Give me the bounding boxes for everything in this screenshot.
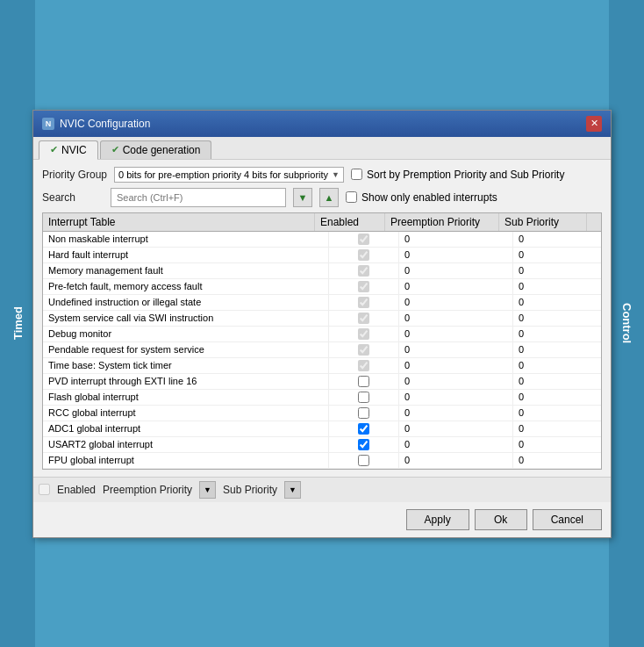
- table-row: ADC1 global interrupt00: [43, 421, 601, 437]
- bottom-enabled-checkbox[interactable]: [39, 484, 50, 495]
- button-row: Apply Ok Cancel: [33, 502, 611, 537]
- priority-group-label: Priority Group: [42, 169, 107, 181]
- nav-up-button[interactable]: ▲: [319, 188, 339, 207]
- row-enabled-cell: [329, 295, 399, 310]
- sub-dropdown-arrow: ▼: [289, 485, 297, 494]
- row-enabled-checkbox[interactable]: [358, 281, 369, 292]
- row-sub-value: 0: [513, 437, 601, 452]
- row-preemption-value: 0: [399, 311, 513, 326]
- row-enabled-checkbox[interactable]: [358, 313, 369, 324]
- row-interrupt-name: Pre-fetch fault, memory access fault: [43, 279, 329, 294]
- apply-button[interactable]: Apply: [406, 509, 469, 530]
- row-enabled-cell: [329, 437, 399, 452]
- content-area: Priority Group 0 bits for pre-emption pr…: [33, 160, 611, 477]
- nvic-icon: N: [42, 118, 54, 130]
- priority-group-dropdown[interactable]: 0 bits for pre-emption priority 4 bits f…: [114, 167, 344, 183]
- row-enabled-checkbox[interactable]: [358, 455, 369, 466]
- bottom-preemption-label: Preemption Priority: [103, 484, 192, 496]
- row-enabled-checkbox[interactable]: [358, 407, 369, 419]
- row-interrupt-name: Non maskable interrupt: [43, 232, 329, 247]
- row-enabled-cell: [329, 263, 399, 278]
- preemption-dropdown[interactable]: ▼: [199, 481, 216, 499]
- tab-code-generation[interactable]: ✔ Code generation: [100, 140, 212, 159]
- row-sub-value: 0: [513, 421, 601, 436]
- table-row: Time base: System tick timer00: [43, 358, 601, 374]
- row-preemption-value: 0: [399, 263, 513, 278]
- table-row: USART2 global interrupt00: [43, 437, 601, 453]
- table-row: Memory management fault00: [43, 263, 601, 279]
- row-enabled-checkbox[interactable]: [358, 392, 369, 403]
- row-preemption-value: 0: [399, 232, 513, 247]
- row-sub-value: 0: [513, 406, 601, 421]
- table-row: Undefined instruction or illegal state00: [43, 295, 601, 311]
- sort-checkbox-row: Sort by Premption Priority and Sub Prior…: [351, 169, 564, 181]
- row-interrupt-name: Flash global interrupt: [43, 390, 329, 405]
- row-interrupt-name: FPU global interrupt: [43, 453, 329, 468]
- row-enabled-cell: [329, 453, 399, 468]
- row-preemption-value: 0: [399, 453, 513, 468]
- table-row: Flash global interrupt00: [43, 390, 601, 406]
- dialog: N NVIC Configuration ✕ ✔ NVIC ✔ Code gen…: [32, 110, 612, 538]
- row-interrupt-name: USART2 global interrupt: [43, 437, 329, 452]
- show-only-row: Show only enabled interrupts: [346, 191, 497, 204]
- sidebar-right: Control: [609, 0, 644, 647]
- row-interrupt-name: Debug monitor: [43, 327, 329, 341]
- sidebar-left: Timed: [0, 0, 35, 647]
- th-preemption: Preemption Priority: [385, 213, 499, 231]
- sort-label: Sort by Premption Priority and Sub Prior…: [367, 169, 564, 181]
- row-enabled-cell: [329, 342, 399, 357]
- row-interrupt-name: ADC1 global interrupt: [43, 421, 329, 436]
- row-enabled-checkbox[interactable]: [358, 234, 369, 245]
- table-body: Non maskable interrupt00Hard fault inter…: [43, 232, 601, 469]
- search-label: Search: [42, 191, 104, 204]
- row-interrupt-name: Time base: System tick timer: [43, 358, 329, 373]
- cancel-button[interactable]: Cancel: [533, 509, 602, 530]
- row-enabled-cell: [329, 358, 399, 373]
- row-enabled-checkbox[interactable]: [358, 297, 369, 308]
- row-preemption-value: 0: [399, 390, 513, 405]
- row-interrupt-name: Pendable request for system service: [43, 342, 329, 357]
- table-row: System service call via SWI instruction0…: [43, 311, 601, 327]
- row-sub-value: 0: [513, 342, 601, 357]
- row-enabled-checkbox[interactable]: [358, 344, 369, 356]
- row-interrupt-name: Hard fault interrupt: [43, 248, 329, 262]
- row-enabled-checkbox[interactable]: [358, 265, 369, 277]
- th-scrollbar-spacer: [587, 213, 601, 231]
- row-sub-value: 0: [513, 295, 601, 310]
- nav-down-button[interactable]: ▼: [293, 188, 312, 207]
- title-bar-left: N NVIC Configuration: [42, 118, 150, 130]
- row-sub-value: 0: [513, 311, 601, 326]
- search-input[interactable]: [111, 188, 286, 207]
- row-enabled-checkbox[interactable]: [358, 376, 369, 387]
- priority-group-row: Priority Group 0 bits for pre-emption pr…: [42, 167, 602, 183]
- ok-button[interactable]: Ok: [475, 509, 527, 530]
- table-row: Pre-fetch fault, memory access fault00: [43, 279, 601, 295]
- row-preemption-value: 0: [399, 327, 513, 341]
- bottom-controls: Enabled Preemption Priority ▼ Sub Priori…: [33, 477, 611, 502]
- dialog-title: NVIC Configuration: [60, 118, 150, 130]
- table-row: Debug monitor00: [43, 327, 601, 342]
- tab-codegen-label: Code generation: [123, 144, 201, 156]
- tab-nvic[interactable]: ✔ NVIC: [39, 140, 98, 160]
- row-interrupt-name: Memory management fault: [43, 263, 329, 278]
- interrupt-table: Interrupt Table Enabled Preemption Prior…: [42, 212, 602, 470]
- row-enabled-checkbox[interactable]: [358, 439, 369, 450]
- control-label: Control: [620, 303, 633, 343]
- row-interrupt-name: Undefined instruction or illegal state: [43, 295, 329, 310]
- row-enabled-checkbox[interactable]: [358, 328, 369, 340]
- row-sub-value: 0: [513, 390, 601, 405]
- row-sub-value: 0: [513, 327, 601, 341]
- row-enabled-checkbox[interactable]: [358, 360, 369, 371]
- sub-dropdown[interactable]: ▼: [284, 481, 301, 499]
- row-sub-value: 0: [513, 263, 601, 278]
- table-row: PVD interrupt through EXTI line 1600: [43, 374, 601, 390]
- title-bar: N NVIC Configuration ✕: [33, 111, 611, 137]
- th-sub-priority: Sub Priority: [499, 213, 587, 231]
- row-enabled-checkbox[interactable]: [358, 423, 369, 435]
- show-only-checkbox[interactable]: [346, 191, 357, 203]
- close-button[interactable]: ✕: [586, 116, 602, 132]
- row-enabled-checkbox[interactable]: [358, 249, 369, 261]
- row-interrupt-name: RCC global interrupt: [43, 406, 329, 421]
- sort-checkbox[interactable]: [351, 169, 362, 180]
- row-interrupt-name: System service call via SWI instruction: [43, 311, 329, 326]
